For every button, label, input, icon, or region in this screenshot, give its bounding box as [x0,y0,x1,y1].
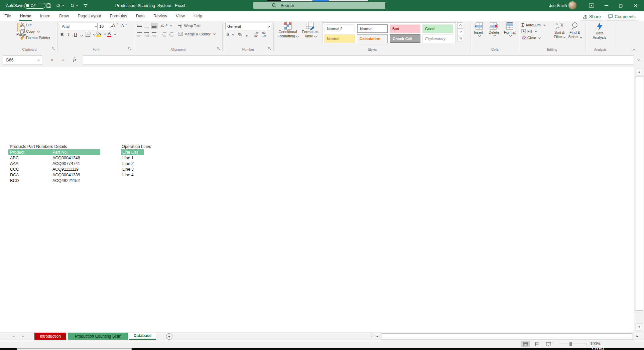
format-as-table-button[interactable]: Format asTable [301,22,319,38]
delete-cells-button[interactable]: Delete [489,22,499,36]
minimize-button[interactable] [599,0,614,11]
comments-button[interactable]: Comments [605,12,639,21]
percent-style-button[interactable]: % [238,32,242,37]
zoom-level[interactable]: 100% [590,341,601,346]
cell-line[interactable]: Line 4 [122,172,134,178]
number-dialog-launcher[interactable] [268,45,271,51]
page-layout-view-button[interactable] [532,341,542,347]
tab-file[interactable]: File [0,11,15,21]
account-name[interactable]: Joe Smith [549,0,567,11]
cell-part-no[interactable]: ACQ30041348 [52,155,80,161]
search-box[interactable]: Search [253,2,385,9]
merge-center-button[interactable]: Merge & Center [178,32,215,36]
collapse-ribbon-button[interactable] [633,47,635,53]
sheet-nav-left-arrow[interactable]: ◂ [10,333,17,340]
insert-cells-button[interactable]: Insert [474,22,483,36]
zoom-slider-track[interactable] [559,344,585,344]
new-sheet-button[interactable]: + [166,333,172,340]
separator-dots[interactable]: ⋮ [40,57,44,59]
cell-product[interactable]: AAA [10,161,18,166]
tab-home[interactable]: Home [15,11,36,21]
cell-product[interactable]: DCA [10,172,19,178]
gallery-scroll-down-button[interactable] [457,29,463,35]
fill-color-button[interactable] [96,31,106,37]
align-right-button[interactable] [151,31,158,37]
expand-formula-bar-button[interactable] [634,55,643,64]
bottom-align-button[interactable] [151,23,158,29]
tab-page-layout[interactable]: Page Layout [73,11,105,21]
insert-function-button[interactable]: fx [70,55,80,64]
tab-help[interactable]: Help [189,11,207,21]
copy-button[interactable]: Copy [20,29,39,34]
increase-decimal-button[interactable]: ←0.00 [253,31,258,37]
gallery-more-button[interactable] [457,35,463,41]
format-painter-button[interactable]: Format Painter [20,35,50,40]
grow-font-button[interactable]: A˄ [112,23,118,28]
top-align-button[interactable] [136,23,143,29]
decrease-decimal-button[interactable]: .00→0 [261,31,266,37]
cell-product[interactable]: CCC [10,166,19,172]
cell-line[interactable]: Line 2 [122,161,134,166]
wrap-text-button[interactable]: Wrap Text [178,23,201,28]
cell-part-no[interactable]: ACQ48221152 [52,178,80,183]
avatar[interactable] [568,1,577,9]
enter-button[interactable]: ✓ [59,55,68,64]
hscroll-right-arrow[interactable]: ▸ [634,333,640,340]
format-cells-button[interactable]: Format [504,22,516,36]
cell-product[interactable]: ABC [10,155,19,161]
sort-filter-button[interactable]: AZ Sort &Filter [552,22,567,39]
cell-line[interactable]: Line 1 [122,155,134,161]
share-button[interactable]: Share [580,12,604,21]
style-explanatory[interactable]: Explanatory ... [422,34,453,43]
normal-view-button[interactable] [521,341,530,347]
bold-button[interactable]: B [60,32,63,37]
style-neutral[interactable]: Neutral [324,34,355,43]
page-break-preview-button[interactable] [544,341,553,347]
gallery-scroll-up-button[interactable] [457,22,463,29]
shrink-font-button[interactable]: A˅ [121,23,127,28]
underline-button[interactable]: U [74,32,77,37]
increase-indent-button[interactable] [168,31,174,37]
vertical-scrollbar-thumb[interactable] [636,76,643,311]
italic-button[interactable]: I [68,32,69,37]
sheet-nav-right-arrow[interactable]: ▸ [19,333,27,340]
sheet-tab-introduction[interactable]: Introduction [34,333,66,340]
accounting-format-button[interactable]: $ [227,32,234,37]
ribbon-display-options-button[interactable] [584,0,599,11]
spreadsheet-grid[interactable]: Products Part Numbers Details Operation … [0,67,633,332]
header-cell-line-list[interactable]: Line List [121,149,144,155]
cut-button[interactable]: Cut [20,23,31,27]
cell-product[interactable]: BCD [10,178,19,183]
scroll-up-arrow[interactable]: ▲ [636,68,643,75]
data-analysis-button[interactable]: DataAnalysis [591,22,608,40]
horizontal-scrollbar-thumb[interactable] [382,333,632,339]
style-normal[interactable]: Normal [357,24,388,33]
cell-lines-title[interactable]: Operation Lines [122,144,151,149]
tab-data[interactable]: Data [132,11,149,21]
zoom-out-button[interactable]: − [552,341,557,347]
cell-products-title[interactable]: Products Part Numbers Details [10,144,67,149]
sheet-tab-production-counting-scan[interactable]: Production Counting Scan [68,333,128,340]
header-cell-part-no[interactable]: Part No. [52,149,100,155]
decrease-indent-button[interactable] [160,31,167,37]
fill-button[interactable]: Fill [521,29,536,33]
tab-draw[interactable]: Draw [55,11,73,21]
number-format-combo[interactable]: General [225,23,271,30]
save-button[interactable] [46,0,51,11]
style-good[interactable]: Good [422,24,453,33]
font-size-combo[interactable]: 10 [97,23,113,30]
customize-quick-access-toolbar-button[interactable] [84,0,88,11]
tab-formulas[interactable]: Formulas [106,11,132,21]
underline-options-chevron[interactable] [81,34,83,36]
cell-line[interactable]: Line 3 [122,166,134,172]
cell-part-no[interactable]: ACQ30041339 [52,172,80,178]
alignment-dialog-launcher[interactable] [217,45,220,51]
scroll-down-arrow[interactable]: ▼ [636,323,643,331]
style-bad[interactable]: Bad [390,24,420,33]
clipboard-dialog-launcher[interactable] [52,45,55,51]
redo-button[interactable]: ↻ [70,0,78,11]
separator-dots[interactable]: ⋮ [370,334,374,336]
undo-button[interactable]: ↺ [56,0,63,11]
header-cell-product[interactable]: Product [8,149,53,155]
center-button[interactable] [144,31,150,37]
